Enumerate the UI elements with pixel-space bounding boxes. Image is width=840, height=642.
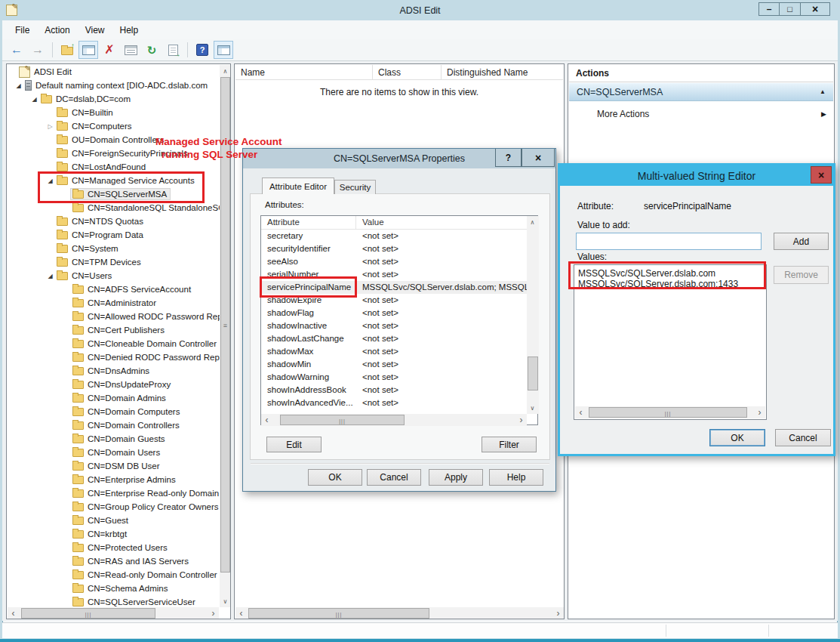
tree-item[interactable]: CN=Managed Service Accounts <box>8 174 220 187</box>
actions-group-header[interactable]: CN=SQLServerMSA <box>569 83 833 101</box>
tree-item[interactable]: CN=SQLServerServiceUser <box>8 595 220 607</box>
help-button[interactable]: Help <box>489 469 543 486</box>
show-console-tree-button[interactable] <box>78 41 98 59</box>
tree-item-body[interactable]: CN=Allowed RODC Password Rep <box>71 311 220 322</box>
more-actions-item[interactable]: More Actions <box>568 106 834 122</box>
cancel-button[interactable]: Cancel <box>775 429 831 446</box>
tree-item-body[interactable]: CN=Administrator <box>71 298 159 308</box>
tree-item-body[interactable]: CN=Read-only Domain Controller <box>71 569 220 580</box>
tab-attribute-editor[interactable]: Attribute Editor <box>262 177 334 194</box>
tree-item[interactable]: CN=DnsUpdateProxy <box>8 378 220 391</box>
tree-item-body[interactable]: CN=Users <box>55 270 115 281</box>
tree-item[interactable]: CN=System <box>8 242 220 255</box>
tree-item[interactable]: CN=DSM DB User <box>8 459 220 473</box>
scroll-left-button[interactable] <box>8 607 19 619</box>
forward-button[interactable]: → <box>28 41 48 59</box>
tree-item-body[interactable]: CN=Domain Guests <box>71 434 168 444</box>
minimize-button[interactable] <box>758 2 780 16</box>
tree-item-body[interactable]: CN=Builtin <box>55 107 116 118</box>
tab-security[interactable]: Security <box>334 180 376 194</box>
tree-item[interactable]: CN=Computers <box>8 119 220 133</box>
refresh-button[interactable]: ↻ <box>142 41 162 59</box>
tree-item-body[interactable]: CN=Managed Service Accounts <box>55 175 198 186</box>
tree-item[interactable]: CN=Users <box>8 269 220 282</box>
tree-item-body[interactable]: CN=ADFS ServiceAccount <box>71 284 194 295</box>
tree-expander-open-icon[interactable] <box>14 82 23 89</box>
scroll-right-button[interactable] <box>754 406 765 418</box>
tree-item-body[interactable]: CN=Program Data <box>55 230 146 240</box>
tree-item-body[interactable]: Default naming context [DIO-ADC.dslab.co… <box>23 79 211 91</box>
tree-expander-open-icon[interactable] <box>45 177 55 184</box>
tree-item[interactable]: CN=Read-only Domain Controller <box>8 568 220 582</box>
attribute-row[interactable]: shadowLastChange<not set> <box>261 332 527 345</box>
scroll-down-button[interactable] <box>527 402 538 414</box>
menu-action[interactable]: Action <box>37 23 77 38</box>
tree-item-body[interactable]: CN=LostAndFound <box>55 162 149 172</box>
tree-item[interactable]: CN=Builtin <box>8 106 220 119</box>
attribute-row[interactable]: showInAdvancedVie...<not set> <box>261 397 527 409</box>
attributes-horizontal-scrollbar[interactable] <box>261 414 527 426</box>
tree-item[interactable]: CN=Group Policy Creator Owners <box>8 500 220 514</box>
tree-item[interactable]: CN=krbtgt <box>8 527 220 541</box>
scrollbar-track[interactable] <box>247 607 552 619</box>
tree-item[interactable]: CN=ForeignSecurityPrincipals <box>8 147 220 160</box>
tree-item-body[interactable]: CN=RAS and IAS Servers <box>71 556 192 566</box>
menu-file[interactable]: File <box>8 23 37 38</box>
column-header-distinguished-name[interactable]: Distinguished Name <box>442 65 563 79</box>
tree-item-selected[interactable]: CN=SQLServerMSA <box>71 189 170 199</box>
column-header-name[interactable]: Name <box>235 65 373 79</box>
tree-item[interactable]: CN=Enterprise Read-only Domain <box>8 486 220 500</box>
tree-item-body[interactable]: OU=Domain Controllers <box>55 134 167 145</box>
collapse-icon[interactable] <box>820 88 826 95</box>
attribute-row[interactable]: seeAlso<not set> <box>261 255 527 268</box>
tree-item[interactable]: CN=Protected Users <box>8 541 220 554</box>
values-listbox[interactable]: MSSQLSvc/SQLServer.dslab.comMSSQLSvc/SQL… <box>574 264 767 420</box>
tree-item-body[interactable]: CN=Domain Computers <box>71 406 183 417</box>
scrollbar-track[interactable] <box>272 414 515 426</box>
scrollbar-thumb[interactable] <box>280 415 405 425</box>
attribute-row[interactable]: shadowFlag<not set> <box>261 307 527 319</box>
tree-item[interactable]: CN=TPM Devices <box>8 255 220 269</box>
tree-item-body[interactable]: CN=StandaloneSQL StandaloneSQ <box>71 202 220 213</box>
back-button[interactable]: ← <box>7 41 26 59</box>
tree-item-body[interactable]: CN=Schema Admins <box>71 583 171 594</box>
show-action-pane-button[interactable] <box>214 41 233 59</box>
tree-expander-open-icon[interactable] <box>29 96 39 103</box>
tree-item-body[interactable]: CN=krbtgt <box>71 529 130 539</box>
scroll-left-button[interactable] <box>261 414 272 426</box>
value-to-add-input[interactable] <box>576 233 762 250</box>
cancel-button[interactable]: Cancel <box>367 469 421 486</box>
scrollbar-track[interactable] <box>586 406 754 418</box>
tree-item-body[interactable]: CN=System <box>55 243 122 254</box>
dialog-close-button[interactable] <box>811 166 832 184</box>
attribute-row[interactable]: shadowWarning<not set> <box>261 371 527 384</box>
tree-item[interactable]: CN=Denied RODC Password Repli <box>8 350 220 364</box>
attribute-row[interactable]: showInAddressBook<not set> <box>261 384 527 397</box>
attribute-row[interactable]: secretary<not set> <box>261 230 527 242</box>
attribute-row[interactable]: shadowMin<not set> <box>261 358 527 371</box>
scrollbar-track[interactable] <box>527 228 539 402</box>
tree-item-body[interactable]: CN=SQLServerServiceUser <box>71 597 198 607</box>
tree-item[interactable]: CN=Domain Guests <box>8 432 220 446</box>
scroll-right-button[interactable] <box>552 607 564 619</box>
tree-item-body[interactable]: CN=Domain Users <box>71 447 163 458</box>
close-button[interactable] <box>801 2 830 16</box>
tree-horizontal-scrollbar[interactable] <box>8 607 219 619</box>
scrollbar-thumb[interactable] <box>220 77 230 573</box>
tree-item[interactable]: CN=StandaloneSQL StandaloneSQ <box>8 201 220 215</box>
edit-button[interactable]: Edit <box>266 437 322 452</box>
scroll-up-button[interactable] <box>220 65 231 77</box>
scroll-down-button[interactable] <box>220 595 231 607</box>
tree-item[interactable]: CN=RAS and IAS Servers <box>8 554 220 568</box>
tree-item-body[interactable]: CN=Cert Publishers <box>71 325 168 335</box>
attribute-row[interactable]: securityIdentifier<not set> <box>261 242 527 255</box>
tree-item-body[interactable]: DC=dslab,DC=com <box>39 94 134 104</box>
column-header-class[interactable]: Class <box>373 65 442 79</box>
tree-item[interactable]: CN=Domain Controllers <box>8 418 220 432</box>
tree-item[interactable]: CN=LostAndFound <box>8 160 220 174</box>
tree-item[interactable]: CN=SQLServerMSA <box>8 187 220 201</box>
tree-item-body[interactable]: CN=NTDS Quotas <box>55 216 146 227</box>
scroll-up-button[interactable] <box>527 216 538 228</box>
apply-button[interactable]: Apply <box>429 469 483 486</box>
tree-item[interactable]: CN=DnsAdmins <box>8 364 220 378</box>
